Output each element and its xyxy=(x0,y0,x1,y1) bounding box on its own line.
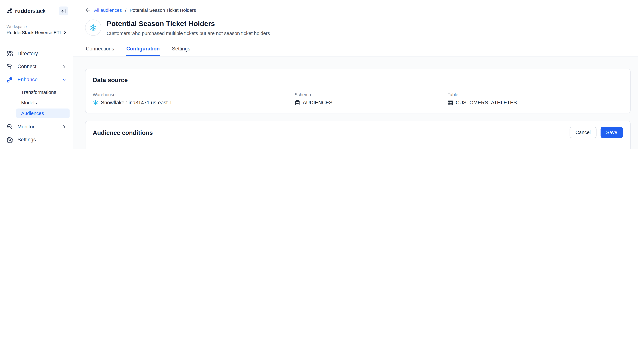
breadcrumb: All audiences / Potential Season Ticket … xyxy=(73,7,638,13)
breadcrumb-separator: / xyxy=(125,8,126,12)
sidebar-item-connect[interactable]: Connect xyxy=(3,60,70,73)
table-value: CUSTOMERS_ATHLETES xyxy=(456,100,517,106)
audience-conditions-title: Audience conditions xyxy=(93,129,153,136)
schema-icon xyxy=(295,100,300,106)
workspace-name: RudderStack Reverse ETL Den xyxy=(7,30,62,35)
enhance-submenu: Transformations Models Audiences xyxy=(3,87,70,118)
rudderstack-logo-text: rudderstack xyxy=(15,8,46,14)
save-button[interactable]: Save xyxy=(600,127,623,138)
sidebar-item-settings[interactable]: Settings xyxy=(3,133,70,146)
page-header: All audiences / Potential Season Ticket … xyxy=(73,0,638,56)
rudderstack-logo[interactable]: rudderstack xyxy=(7,8,46,14)
sidebar: rudderstack Workspace RudderStack Revers… xyxy=(0,0,73,149)
page-title: Potential Season Ticket Holders xyxy=(107,20,270,28)
page-subtitle: Customers who purchased multiple tickets… xyxy=(107,30,270,36)
snowflake-icon xyxy=(93,100,98,106)
gear-icon xyxy=(7,136,13,143)
enhance-icon xyxy=(7,76,13,83)
data-source-card: Data source Warehouse Snowflake : ina314… xyxy=(85,69,631,113)
chevron-right-icon xyxy=(62,64,66,68)
schema-field: Schema AUDIENCES xyxy=(295,92,448,106)
sidebar-item-transformations[interactable]: Transformations xyxy=(16,88,70,97)
sidebar-item-label: Audiences xyxy=(21,110,44,116)
chevron-right-icon xyxy=(62,125,66,129)
sidebar-item-audiences[interactable]: Audiences xyxy=(16,108,70,118)
tab-configuration[interactable]: Configuration xyxy=(126,44,160,56)
data-source-title: Data source xyxy=(93,76,623,83)
workspace-switcher[interactable]: Workspace RudderStack Reverse ETL Den xyxy=(7,24,68,35)
sidebar-item-models[interactable]: Models xyxy=(16,98,70,108)
rudderstack-logo-icon xyxy=(7,8,13,14)
sidebar-item-monitor[interactable]: Monitor xyxy=(3,120,70,133)
warehouse-value: Snowflake : ina31471.us-east-1 xyxy=(101,100,172,106)
audience-conditions-card: Audience conditions Cancel Save All xyxy=(85,120,631,149)
app-root: rudderstack Workspace RudderStack Revers… xyxy=(0,0,638,149)
warehouse-label: Warehouse xyxy=(93,92,295,97)
chevron-right-icon xyxy=(63,30,67,34)
monitor-icon xyxy=(7,124,13,130)
sidebar-header: rudderstack Workspace RudderStack Revers… xyxy=(0,0,73,35)
sidebar-item-label: Enhance xyxy=(18,77,58,82)
connect-icon xyxy=(7,64,13,70)
tab-settings[interactable]: Settings xyxy=(171,44,191,56)
collapse-sidebar-icon xyxy=(61,8,66,14)
sidebar-item-directory[interactable]: Directory xyxy=(3,47,70,60)
sidebar-item-label: Connect xyxy=(18,64,58,69)
content-area: Data source Warehouse Snowflake : ina314… xyxy=(73,56,638,149)
sidebar-item-enhance[interactable]: Enhance xyxy=(3,73,70,86)
schema-label: Schema xyxy=(295,92,448,97)
sidebar-menu: Directory Connect Enhance xyxy=(0,47,73,146)
warehouse-field: Warehouse Snowflake : ina31471.us-east-1 xyxy=(93,92,295,106)
sidebar-item-label: Transformations xyxy=(21,90,56,95)
sidebar-item-label: Directory xyxy=(18,51,66,56)
audience-avatar xyxy=(85,20,101,36)
sidebar-item-label: Settings xyxy=(18,137,66,142)
snowflake-icon xyxy=(89,24,97,32)
table-label: Table xyxy=(448,92,623,97)
chevron-down-icon xyxy=(62,78,66,82)
directory-icon xyxy=(7,50,13,57)
sidebar-item-label: Monitor xyxy=(18,124,58,130)
breadcrumb-parent-link[interactable]: All audiences xyxy=(94,8,122,12)
cancel-button[interactable]: Cancel xyxy=(570,127,596,138)
table-icon xyxy=(448,100,453,106)
tab-bar: Connections Configuration Settings xyxy=(73,44,638,56)
tab-connections[interactable]: Connections xyxy=(85,44,115,56)
sidebar-item-label: Models xyxy=(21,100,37,106)
workspace-label: Workspace xyxy=(7,24,62,29)
breadcrumb-current: Potential Season Ticket Holders xyxy=(130,8,196,12)
back-arrow-icon[interactable] xyxy=(85,7,91,13)
schema-value: AUDIENCES xyxy=(303,100,332,106)
collapse-sidebar-button[interactable] xyxy=(59,6,68,16)
main-area: All audiences / Potential Season Ticket … xyxy=(73,0,638,149)
table-field: Table CUSTOMERS_ATHLETES xyxy=(448,92,623,106)
